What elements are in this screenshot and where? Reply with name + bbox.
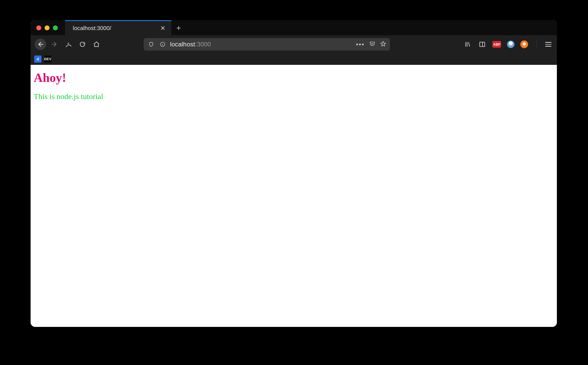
- back-button[interactable]: [35, 39, 46, 50]
- close-tab-icon[interactable]: ✕: [159, 25, 166, 31]
- reload-button[interactable]: [77, 39, 88, 50]
- bookmark-star-icon[interactable]: [380, 41, 386, 48]
- url-host: localhost: [170, 41, 195, 48]
- toolbar-separator: [536, 40, 537, 49]
- bookmark-item-1[interactable]: d: [34, 55, 41, 63]
- navigation-bar: localhost:3000 ••• ABP: [31, 35, 557, 53]
- page-heading: Ahoy!: [34, 71, 554, 85]
- new-tab-button[interactable]: ＋: [171, 20, 186, 35]
- site-info-icon[interactable]: [159, 40, 166, 48]
- bookmarks-bar: d DEV: [31, 53, 557, 65]
- wrench-icon: [65, 41, 72, 48]
- pocket-icon[interactable]: [369, 41, 375, 48]
- address-bar[interactable]: localhost:3000 •••: [144, 38, 390, 51]
- arrow-right-icon: [51, 41, 58, 48]
- arrow-left-icon: [37, 41, 44, 48]
- window-controls: [31, 20, 65, 35]
- profile-avatar-icon[interactable]: [507, 40, 515, 48]
- url-port: :3000: [195, 41, 211, 48]
- tracking-protection-icon[interactable]: [147, 40, 155, 48]
- reload-icon: [79, 41, 86, 48]
- sidebar-icon[interactable]: [478, 40, 487, 49]
- adblock-plus-icon[interactable]: ABP: [492, 41, 501, 48]
- home-icon: [93, 41, 100, 48]
- tab-title: localhost:3000/: [73, 25, 156, 32]
- toolbar-right: ABP: [463, 40, 553, 49]
- library-icon[interactable]: [463, 40, 472, 49]
- page-viewport: Ahoy! This is node.js tutorial: [31, 65, 557, 327]
- window-maximize-button[interactable]: [53, 25, 58, 30]
- url-text: localhost:3000: [170, 41, 352, 48]
- duckduckgo-icon[interactable]: [520, 40, 528, 48]
- menu-button[interactable]: [544, 40, 553, 49]
- page-paragraph: This is node.js tutorial: [34, 92, 554, 101]
- dev-tools-button[interactable]: [63, 39, 74, 50]
- browser-window: localhost:3000/ ✕ ＋: [31, 20, 557, 327]
- page-actions-icon[interactable]: •••: [356, 40, 365, 48]
- window-minimize-button[interactable]: [45, 25, 50, 30]
- bookmark-item-devto[interactable]: DEV: [44, 55, 51, 63]
- forward-button[interactable]: [49, 39, 60, 50]
- home-button[interactable]: [91, 39, 102, 50]
- tab-strip: localhost:3000/ ✕ ＋: [31, 20, 557, 35]
- window-close-button[interactable]: [36, 25, 41, 30]
- browser-tab[interactable]: localhost:3000/ ✕: [65, 20, 171, 35]
